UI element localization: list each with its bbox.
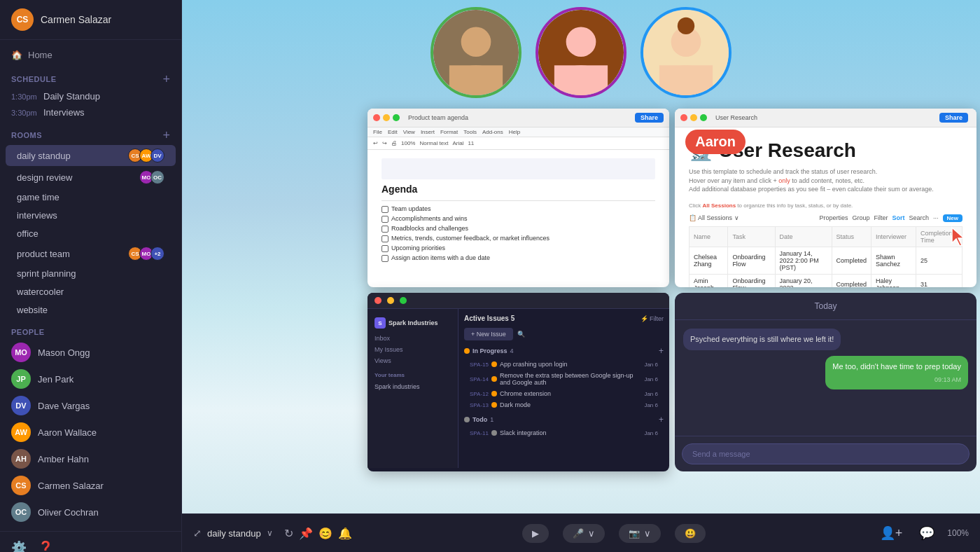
svg-marker-13 bbox=[952, 228, 964, 246]
col-task: Task bbox=[728, 226, 775, 247]
linear-issue-spa13: SPA-13 Dark mode Jan 6 bbox=[464, 399, 664, 410]
bottom-toolbar: ⤢ daily standup ∨ ↻ 📌 😊 🔔 ▶ 🎤 ∨ 📷 ∨ bbox=[182, 513, 980, 552]
aaron-name-label-area: Aaron bbox=[685, 130, 746, 154]
room-item-office[interactable]: office bbox=[6, 225, 176, 242]
gdoc-title-bar bbox=[382, 158, 655, 179]
notion-hint: Click All Sessions to organize this info… bbox=[689, 202, 962, 209]
gdoc-chrome: Product team agenda Share bbox=[368, 109, 669, 127]
nav-home[interactable]: 🏠 Home bbox=[0, 46, 181, 64]
expand-icon[interactable]: ⤢ bbox=[193, 527, 202, 539]
chat-input-area bbox=[675, 436, 976, 471]
emoji-reaction-button[interactable]: 😃 bbox=[675, 524, 706, 543]
person-item-amber[interactable]: AH Amber Hahn bbox=[0, 446, 181, 472]
svg-point-5 bbox=[566, 27, 596, 57]
person-item-carmen[interactable]: CS Carmen Salazar bbox=[0, 472, 181, 499]
person-item-aaron[interactable]: AW Aaron Wallace bbox=[0, 419, 181, 446]
person-item-mason[interactable]: MO Mason Ongg bbox=[0, 339, 181, 366]
col-interviewer: Interviewer bbox=[872, 226, 916, 247]
help-icon[interactable]: ❓ bbox=[38, 540, 53, 552]
room-item-game-time[interactable]: game time bbox=[6, 188, 176, 206]
linear-sidebar: S Spark Industries Inbox My Issues Views… bbox=[368, 309, 458, 468]
main-area: Product team agenda Share FileEditViewIn… bbox=[182, 0, 980, 552]
play-button[interactable]: ▶ bbox=[522, 524, 549, 543]
notification-icon[interactable]: 🔔 bbox=[338, 527, 352, 540]
room-item-sprint-planning[interactable]: sprint planning bbox=[6, 265, 176, 282]
new-issue-button[interactable]: + New Issue bbox=[464, 328, 513, 340]
schedule-item-interviews[interactable]: 3:30pm Interviews bbox=[0, 104, 181, 120]
in-progress-header: In Progress 4 + bbox=[464, 346, 664, 356]
room-dropdown-arrow[interactable]: ∨ bbox=[267, 528, 273, 538]
room-item-daily-standup[interactable]: daily standup CS AW DV bbox=[6, 145, 176, 166]
person-item-dave[interactable]: DV Dave Vargas bbox=[0, 392, 181, 419]
mic-icon: 🎤 bbox=[573, 528, 584, 539]
chat-input[interactable] bbox=[682, 443, 969, 464]
refresh-icon[interactable]: ↻ bbox=[284, 527, 293, 540]
maximize-dot bbox=[393, 114, 400, 121]
pin-icon[interactable]: 📌 bbox=[299, 527, 313, 540]
active-issues-label: Active Issues 5 bbox=[464, 315, 514, 322]
filter-button[interactable]: ⚡ Filter bbox=[640, 315, 664, 322]
search-icon-linear[interactable]: 🔍 bbox=[517, 331, 525, 338]
avatar-amber: AH bbox=[11, 449, 31, 469]
share-button[interactable]: Share bbox=[635, 113, 664, 123]
room-item-website[interactable]: website bbox=[6, 301, 176, 319]
add-room-button[interactable]: + bbox=[162, 129, 170, 142]
message-time: 09:13 AM bbox=[832, 375, 961, 385]
close-dot bbox=[680, 114, 687, 121]
chat-message-received: Psyched everything is still where we lef… bbox=[683, 329, 841, 350]
cursor-arrow-aaron bbox=[948, 226, 969, 247]
camera-button[interactable]: 📷 ∨ bbox=[619, 524, 661, 543]
linear-issue-spa12: SPA-12 Chrome extension Jan 6 bbox=[464, 388, 664, 399]
emoji-icon[interactable]: 😊 bbox=[318, 527, 332, 540]
maximize-dot bbox=[400, 297, 407, 304]
linear-nav-views[interactable]: Views bbox=[368, 355, 458, 366]
col-status: Status bbox=[832, 226, 872, 247]
add-person-icon[interactable]: 👤+ bbox=[876, 523, 907, 544]
room-item-product-team[interactable]: product team CS MO +2 bbox=[6, 243, 176, 264]
room-item-interviews[interactable]: interviews bbox=[6, 207, 176, 224]
linear-chrome bbox=[368, 293, 669, 309]
linear-body: S Spark Industries Inbox My Issues Views… bbox=[368, 309, 669, 468]
agenda-item: Upcoming priorities bbox=[382, 244, 655, 252]
linear-nav-myissues[interactable]: My Issues bbox=[368, 344, 458, 355]
room-item-design-review[interactable]: design review MO OC bbox=[6, 167, 176, 188]
new-issue-row: + New Issue 🔍 bbox=[464, 328, 664, 340]
linear-nav-spark[interactable]: Spark industries bbox=[368, 381, 458, 392]
add-schedule-button[interactable]: + bbox=[162, 73, 170, 85]
person-item-oliver[interactable]: OC Oliver Cochran bbox=[0, 499, 181, 525]
people-section-header: People bbox=[0, 319, 181, 339]
add-issue-inprogress[interactable]: + bbox=[659, 346, 664, 356]
mic-button[interactable]: 🎤 ∨ bbox=[563, 524, 605, 543]
screen-gdoc: Product team agenda Share FileEditViewIn… bbox=[368, 109, 669, 287]
user-avatar: CS bbox=[11, 8, 34, 31]
add-issue-todo[interactable]: + bbox=[659, 415, 664, 425]
linear-nav-inbox[interactable]: Inbox bbox=[368, 333, 458, 344]
table-row: Chelsea Zhang Onboarding Flow January 14… bbox=[690, 247, 962, 274]
settings-icon[interactable]: ⚙️ bbox=[11, 540, 27, 552]
current-room-label: daily standup bbox=[207, 528, 261, 539]
table-row: Amin Joseph Onboarding Flow January 20, … bbox=[690, 274, 962, 287]
notion-desc: Use this template to schedule and track … bbox=[689, 167, 962, 194]
cam-dropdown: ∨ bbox=[644, 528, 651, 539]
room-item-watercooler[interactable]: watercooler bbox=[6, 283, 176, 301]
close-dot bbox=[374, 297, 382, 304]
name-label-aaron: Aaron bbox=[685, 130, 746, 154]
chat-message-sent: Me too, didn't have time to prep today 0… bbox=[825, 356, 968, 389]
screen-linear: S Spark Industries Inbox My Issues Views… bbox=[368, 293, 669, 471]
person-item-jen[interactable]: JP Jen Park bbox=[0, 366, 181, 392]
maximize-dot bbox=[700, 114, 707, 121]
col-name: Name bbox=[690, 226, 728, 247]
avatar-oliver: OC bbox=[11, 502, 31, 522]
camera-icon: 📷 bbox=[629, 528, 640, 539]
linear-header-row: Active Issues 5 ⚡ Filter bbox=[464, 315, 664, 322]
participant-circle-3 bbox=[640, 7, 732, 98]
avatar-jen: JP bbox=[11, 369, 31, 389]
agenda-item: Metrics, trends, customer feedback, or m… bbox=[382, 235, 655, 242]
minimize-dot bbox=[387, 297, 394, 304]
schedule-section-header: Schedule + bbox=[0, 64, 181, 88]
schedule-item-standup[interactable]: 1:30pm Daily Standup bbox=[0, 88, 181, 104]
notion-share-button[interactable]: Share bbox=[939, 113, 968, 123]
chat-col: Today Psyched everything is still where … bbox=[675, 293, 976, 471]
participant-face-1 bbox=[433, 10, 519, 95]
chat-icon[interactable]: 💬 bbox=[915, 523, 939, 544]
